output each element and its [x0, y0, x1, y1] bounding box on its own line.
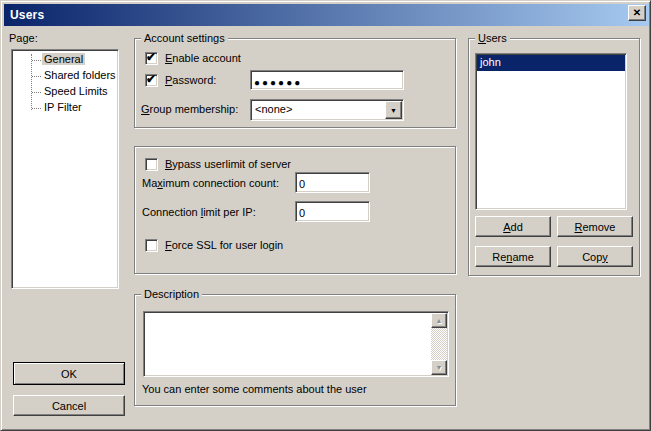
arrow-down-icon: ▼: [436, 364, 443, 371]
description-textarea[interactable]: ▲ ▼: [143, 311, 449, 377]
tree-item-ip-filter[interactable]: IP Filter: [14, 100, 116, 116]
account-settings-legend: Account settings: [141, 32, 228, 45]
users-dialog: Users ✕ Page: General Shared folders Spe…: [0, 0, 651, 431]
page-tree[interactable]: General Shared folders Speed Limits IP F…: [11, 49, 119, 289]
password-row[interactable]: ✔ Password:: [145, 73, 216, 87]
account-settings-group: Account settings ✔ Enable account ✔ Pass…: [134, 38, 456, 128]
force-ssl-label: Force SSL for user login: [165, 239, 283, 251]
max-connection-count-label: Maximum connection count:: [142, 177, 279, 189]
tree-item-general[interactable]: General: [14, 52, 116, 68]
check-icon: ✔: [146, 72, 156, 86]
page-tree-items: General Shared folders Speed Limits IP F…: [14, 52, 116, 286]
description-scrollbar[interactable]: ▲ ▼: [431, 313, 447, 375]
connection-limits-group: ✔ Bypass userlimit of server Maximum con…: [134, 146, 456, 274]
users-listbox[interactable]: john: [475, 53, 627, 210]
users-group: Users john Add Remove Rename Copy: [468, 38, 640, 276]
arrow-up-icon: ▲: [436, 317, 443, 324]
description-legend: Description: [141, 288, 202, 301]
title-bar[interactable]: Users: [4, 4, 649, 26]
page-label: Page:: [9, 32, 38, 44]
tree-item-speed-limits[interactable]: Speed Limits: [14, 84, 116, 100]
list-item-john[interactable]: john: [477, 55, 625, 71]
dropdown-button[interactable]: ▼: [385, 101, 402, 119]
bypass-userlimit-checkbox[interactable]: ✔: [145, 158, 158, 171]
force-ssl-checkbox[interactable]: ✔: [145, 239, 158, 252]
rename-button[interactable]: Rename: [475, 246, 551, 267]
tree-item-shared-folders[interactable]: Shared folders: [14, 68, 116, 84]
add-button[interactable]: Add: [475, 216, 551, 237]
password-label: Password:: [165, 74, 216, 86]
tree-item-label: IP Filter: [42, 101, 84, 113]
description-group: Description ▲ ▼ You can enter some comme…: [134, 294, 456, 406]
cancel-button[interactable]: Cancel: [13, 395, 125, 416]
password-input[interactable]: [250, 70, 404, 90]
description-hint: You can enter some comments about the us…: [142, 383, 367, 395]
chevron-down-icon: ▼: [390, 107, 397, 114]
bypass-userlimit-label: Bypass userlimit of server: [165, 158, 291, 170]
password-checkbox[interactable]: ✔: [145, 74, 158, 87]
group-membership-label: Group membership:: [141, 103, 238, 115]
check-icon: ✔: [146, 50, 156, 64]
tree-item-label: General: [42, 53, 85, 65]
ok-button[interactable]: OK: [13, 362, 125, 385]
group-membership-value: <none>: [255, 103, 292, 115]
copy-button[interactable]: Copy: [557, 246, 633, 267]
force-ssl-row[interactable]: ✔ Force SSL for user login: [145, 238, 283, 252]
scroll-down-button[interactable]: ▼: [431, 360, 447, 375]
connection-limit-per-ip-label: Connection limit per IP:: [142, 206, 256, 218]
enable-account-row[interactable]: ✔ Enable account: [145, 51, 241, 65]
enable-account-checkbox[interactable]: ✔: [145, 52, 158, 65]
connection-limit-per-ip-input[interactable]: [295, 201, 370, 222]
window-title: Users: [10, 8, 44, 22]
close-icon: ✕: [633, 8, 641, 18]
close-button[interactable]: ✕: [628, 5, 646, 21]
max-connection-count-input[interactable]: [295, 172, 370, 193]
remove-button[interactable]: Remove: [557, 216, 633, 237]
enable-account-label: Enable account: [165, 52, 241, 64]
group-membership-select[interactable]: <none> ▼: [250, 99, 404, 121]
tree-item-label: Speed Limits: [42, 85, 110, 97]
scroll-up-button[interactable]: ▲: [431, 313, 447, 328]
users-legend: Users: [475, 32, 510, 45]
tree-item-label: Shared folders: [42, 69, 118, 81]
bypass-userlimit-row[interactable]: ✔ Bypass userlimit of server: [145, 157, 291, 171]
